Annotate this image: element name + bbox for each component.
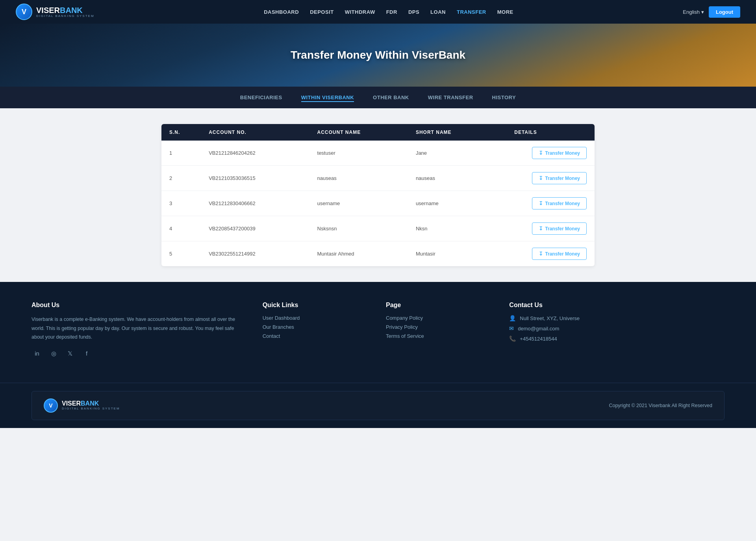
col-header-details: DETAILS: [506, 124, 595, 141]
transfer-money-button[interactable]: ↧ Transfer Money: [532, 197, 587, 209]
beneficiaries-table: S.N. ACCOUNT NO. ACCOUNT NAME SHORT NAME…: [161, 124, 595, 266]
transfer-money-button[interactable]: ↧ Transfer Money: [532, 147, 587, 159]
transfer-arrow-icon: ↧: [539, 175, 543, 181]
footer-about-text: Viserbank is a complete e-Banking system…: [32, 315, 247, 342]
subnav-within-viserbank[interactable]: WITHIN VISERBANK: [301, 93, 354, 102]
logo-name-blue: BANK: [60, 6, 83, 15]
footer-logo-sub: DIGITAL BANKING SYSTEM: [62, 407, 120, 411]
cell-sn: 5: [161, 241, 201, 267]
transfer-money-button[interactable]: ↧ Transfer Money: [532, 248, 587, 260]
transfer-arrow-icon: ↧: [539, 226, 543, 232]
phone-icon: 📞: [509, 335, 516, 342]
instagram-icon[interactable]: ◎: [48, 348, 59, 359]
cell-details: ↧ Transfer Money: [506, 241, 595, 267]
cell-short-name: username: [408, 191, 506, 216]
facebook-icon[interactable]: f: [81, 348, 92, 359]
footer-link-privacy-policy[interactable]: Privacy Policy: [386, 324, 493, 330]
sub-nav: BENEFICIARIES WITHIN VISERBANK OTHER BAN…: [0, 87, 756, 108]
footer-about: About Us Viserbank is a complete e-Banki…: [32, 302, 247, 359]
footer-page-heading: Page: [386, 302, 493, 309]
footer-bottom-inner: V VISERBANK DIGITAL BANKING SYSTEM Copyr…: [32, 391, 724, 420]
nav-transfer[interactable]: TRANSFER: [457, 9, 486, 15]
cell-sn: 4: [161, 216, 201, 241]
cell-short-name: nauseas: [408, 166, 506, 191]
chevron-down-icon: ▾: [701, 9, 704, 15]
cell-details: ↧ Transfer Money: [506, 166, 595, 191]
footer-link-company-policy[interactable]: Company Policy: [386, 315, 493, 321]
cell-details: ↧ Transfer Money: [506, 216, 595, 241]
main-content: S.N. ACCOUNT NO. ACCOUNT NAME SHORT NAME…: [0, 108, 756, 282]
footer-page: Page Company Policy Privacy Policy Terms…: [386, 302, 493, 359]
footer-link-user-dashboard[interactable]: User Dashboard: [263, 315, 370, 321]
cell-account-name: Nsksnsn: [309, 216, 408, 241]
nav-right: English ▾ Logout: [683, 6, 740, 18]
language-label: English: [683, 9, 700, 15]
nav-loan[interactable]: LOAN: [430, 9, 446, 15]
subnav-other-bank[interactable]: OTHER BANK: [373, 93, 409, 102]
footer-logo: V VISERBANK DIGITAL BANKING SYSTEM: [44, 398, 120, 413]
nav-links: DASHBOARD DEPOSIT WITHDRAW FDR DPS LOAN …: [264, 9, 513, 15]
contact-phone-text: +454512418544: [520, 336, 557, 342]
nav-deposit[interactable]: DEPOSIT: [310, 9, 334, 15]
col-header-account-name: ACCOUNT NAME: [309, 124, 408, 141]
footer-contact: Contact Us 👤 Null Street, XYZ, Universe …: [509, 302, 724, 359]
cell-short-name: Nksn: [408, 216, 506, 241]
cell-sn: 2: [161, 166, 201, 191]
transfer-arrow-icon: ↧: [539, 251, 543, 257]
subnav-beneficiaries[interactable]: BENEFICIARIES: [240, 93, 282, 102]
contact-address-text: Null Street, XYZ, Universe: [520, 315, 580, 321]
table-row: 3 VB21212830406662 username username ↧ T…: [161, 191, 595, 216]
cell-sn: 3: [161, 191, 201, 216]
navbar: V VISERBANK DIGITAL BANKING SYSTEM DASHB…: [0, 0, 756, 24]
language-selector[interactable]: English ▾: [683, 9, 704, 15]
footer-bottom: V VISERBANK DIGITAL BANKING SYSTEM Copyr…: [0, 383, 756, 428]
table-row: 5 VB23022551214992 Muntasir Ahmed Muntas…: [161, 241, 595, 267]
address-icon: 👤: [509, 315, 516, 321]
table-row: 4 VB22085437200039 Nsksnsn Nksn ↧ Transf…: [161, 216, 595, 241]
transfer-arrow-icon: ↧: [539, 150, 543, 156]
footer: About Us Viserbank is a complete e-Banki…: [0, 282, 756, 383]
table-row: 2 VB21210353036515 nauseas nauseas ↧ Tra…: [161, 166, 595, 191]
col-header-short-name: SHORT NAME: [408, 124, 506, 141]
transfer-btn-label: Transfer Money: [545, 226, 580, 232]
transfer-btn-label: Transfer Money: [545, 201, 580, 206]
footer-logo-icon: V: [44, 398, 58, 413]
footer-link-terms-of-service[interactable]: Terms of Service: [386, 333, 493, 339]
cell-account-no: VB21212846204262: [201, 141, 309, 166]
footer-about-heading: About Us: [32, 302, 247, 309]
transfer-btn-label: Transfer Money: [545, 176, 580, 181]
nav-fdr[interactable]: FDR: [386, 9, 397, 15]
footer-logo-name-blue: BANK: [81, 400, 99, 407]
footer-link-contact[interactable]: Contact: [263, 333, 370, 339]
transfer-btn-label: Transfer Money: [545, 251, 580, 257]
logout-button[interactable]: Logout: [709, 6, 740, 18]
subnav-wire-transfer[interactable]: WIRE TRANSFER: [428, 93, 473, 102]
cell-short-name: Muntasir: [408, 241, 506, 267]
cell-account-name: testuser: [309, 141, 408, 166]
footer-contact-heading: Contact Us: [509, 302, 724, 309]
nav-withdraw[interactable]: WITHDRAW: [345, 9, 375, 15]
nav-dashboard[interactable]: DASHBOARD: [264, 9, 299, 15]
cell-account-name: nauseas: [309, 166, 408, 191]
cell-sn: 1: [161, 141, 201, 166]
transfer-arrow-icon: ↧: [539, 200, 543, 206]
twitter-icon[interactable]: 𝕏: [65, 348, 76, 359]
nav-dps[interactable]: DPS: [408, 9, 419, 15]
cell-account-name: username: [309, 191, 408, 216]
cell-account-no: VB21212830406662: [201, 191, 309, 216]
transfer-money-button[interactable]: ↧ Transfer Money: [532, 172, 587, 184]
nav-more[interactable]: MORE: [497, 9, 513, 15]
contact-email-text: demo@gmail.com: [518, 326, 559, 332]
transfer-money-button[interactable]: ↧ Transfer Money: [532, 222, 587, 235]
footer-quick-links-heading: Quick Links: [263, 302, 370, 309]
logo[interactable]: V VISERBANK DIGITAL BANKING SYSTEM: [16, 4, 94, 20]
contact-address: 👤 Null Street, XYZ, Universe: [509, 315, 724, 321]
transfer-btn-label: Transfer Money: [545, 150, 580, 156]
logo-sub: DIGITAL BANKING SYSTEM: [36, 15, 94, 18]
cell-account-no: VB22085437200039: [201, 216, 309, 241]
footer-link-our-branches[interactable]: Our Branches: [263, 324, 370, 330]
table-header: S.N. ACCOUNT NO. ACCOUNT NAME SHORT NAME…: [161, 124, 595, 141]
cell-short-name: Jane: [408, 141, 506, 166]
subnav-history[interactable]: HISTORY: [492, 93, 516, 102]
linkedin-icon[interactable]: in: [32, 348, 43, 359]
